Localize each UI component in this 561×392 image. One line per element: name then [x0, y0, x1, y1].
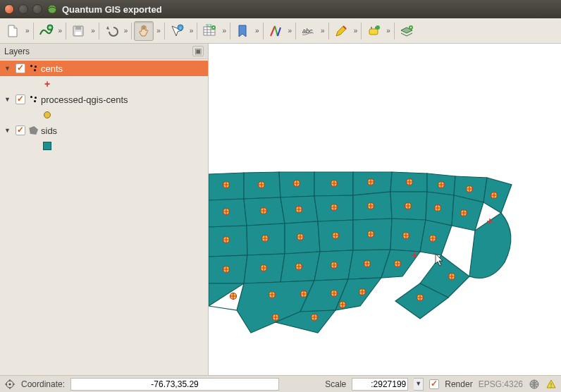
toolbar-separator [33, 23, 34, 39]
labeling-button[interactable]: abc [298, 21, 318, 41]
toolbar-expand-icon[interactable]: » [188, 27, 195, 35]
svg-point-12 [376, 25, 380, 30]
svg-rect-58 [550, 386, 551, 387]
map-canvas[interactable] [209, 44, 561, 375]
panel-undock-icon[interactable]: ▣ [192, 46, 204, 56]
add-vector-layer-button[interactable] [36, 21, 56, 41]
expand-icon[interactable]: ▼ [4, 96, 13, 103]
layer-name: processed-qgis-cents [41, 94, 128, 105]
app-icon [47, 4, 58, 15]
new-project-button[interactable] [3, 21, 23, 41]
plugin-manager-button[interactable] [364, 21, 383, 41]
edit-toggle-button[interactable] [331, 21, 351, 41]
svg-rect-3 [75, 26, 81, 30]
map-render [209, 44, 561, 375]
window-minimize-button[interactable] [18, 4, 28, 14]
svg-text:abc: abc [302, 27, 313, 35]
toolbar-expand-icon[interactable]: » [287, 27, 294, 35]
svg-point-0 [48, 5, 56, 13]
toolbar-separator [99, 23, 99, 39]
main-area: Layers ▣ ▼ cents + ▼ processed-qgis-cent… [0, 44, 561, 375]
layer-item-sids[interactable]: ▼ sids [0, 123, 208, 138]
pan-tool-button[interactable] [134, 21, 154, 41]
coordinate-input[interactable] [70, 378, 279, 391]
identify-button[interactable]: i [167, 21, 187, 41]
circle-symbol-icon [42, 110, 52, 120]
toolbar-expand-icon[interactable]: » [123, 27, 130, 35]
polygon-layer-icon [28, 125, 38, 135]
cross-symbol-icon: + [42, 79, 52, 89]
toolbar-expand-icon[interactable]: » [24, 27, 31, 35]
toolbar-separator [131, 23, 132, 39]
attribute-table-button[interactable]: SQL [199, 21, 219, 41]
layer-legend-cents: + [0, 76, 208, 92]
svg-point-55 [9, 383, 11, 385]
scale-label: Scale [325, 379, 346, 389]
toolbar-separator [66, 23, 66, 39]
toolbar-expand-icon[interactable]: » [385, 27, 392, 35]
undo-button[interactable] [101, 21, 121, 41]
toolbar-separator [394, 23, 395, 39]
toolbar-expand-icon[interactable]: » [352, 27, 359, 35]
expand-icon[interactable]: ▼ [4, 65, 13, 72]
point-layer-icon [28, 63, 38, 73]
toolbar-separator [295, 23, 296, 39]
status-bar: Coordinate: Scale ▼ Render EPSG:4326 [0, 375, 561, 392]
render-checkbox[interactable] [429, 379, 439, 389]
coordinate-capture-icon[interactable] [4, 379, 16, 390]
main-toolbar: » » » » » i » SQL » » » abc » » » [0, 18, 561, 44]
layer-item-processed[interactable]: ▼ processed-qgis-cents [0, 92, 208, 107]
render-label: Render [445, 379, 472, 389]
scale-input[interactable] [352, 378, 408, 391]
layer-item-cents[interactable]: ▼ cents [0, 61, 208, 76]
title-bar: Quantum GIS exported [0, 0, 561, 18]
messages-icon[interactable] [545, 379, 557, 390]
layer-visibility-checkbox[interactable] [16, 63, 25, 73]
window-controls [4, 4, 42, 14]
crs-status-icon[interactable] [529, 379, 540, 390]
coordinate-label: Coordinate: [21, 379, 65, 389]
toolbar-separator [164, 23, 165, 39]
expand-icon[interactable]: ▼ [4, 127, 13, 134]
point-layer-icon [28, 94, 38, 104]
square-symbol-icon [42, 141, 52, 151]
measure-button[interactable] [266, 21, 285, 41]
layer-name: cents [41, 63, 63, 74]
toolbar-separator [361, 23, 362, 39]
scale-dropdown-button[interactable]: ▼ [414, 378, 424, 391]
toolbar-separator [230, 23, 230, 39]
add-layer-button[interactable] [397, 21, 417, 41]
toolbar-expand-icon[interactable]: » [155, 27, 162, 35]
toolbar-expand-icon[interactable]: » [57, 27, 64, 35]
toolbar-separator [328, 23, 329, 39]
layers-panel-title: Layers [4, 47, 30, 56]
layers-panel: Layers ▣ ▼ cents + ▼ processed-qgis-cent… [0, 44, 209, 375]
toolbar-expand-icon[interactable]: » [90, 27, 97, 35]
layer-legend-sids [0, 138, 208, 154]
bookmarks-button[interactable] [233, 21, 252, 41]
window-maximize-button[interactable] [32, 4, 42, 14]
toolbar-expand-icon[interactable]: » [221, 27, 228, 35]
svg-text:i: i [180, 26, 180, 30]
toolbar-separator [197, 23, 197, 39]
layer-visibility-checkbox[interactable] [16, 94, 25, 104]
layers-tree[interactable]: ▼ cents + ▼ processed-qgis-cents ▼ [0, 59, 208, 375]
crs-label: EPSG:4326 [479, 379, 523, 389]
svg-rect-57 [550, 383, 551, 386]
svg-rect-4 [75, 32, 81, 35]
layers-panel-header: Layers ▣ [0, 44, 208, 59]
toolbar-separator [263, 23, 264, 39]
window-close-button[interactable] [4, 4, 14, 14]
layer-name: sids [41, 125, 57, 136]
layer-visibility-checkbox[interactable] [16, 125, 25, 135]
svg-rect-11 [369, 29, 378, 35]
layer-legend-processed [0, 107, 208, 123]
window-title: Quantum GIS exported [62, 4, 162, 15]
toolbar-expand-icon[interactable]: » [319, 27, 326, 35]
save-button[interactable] [68, 21, 88, 41]
toolbar-expand-icon[interactable]: » [254, 27, 261, 35]
